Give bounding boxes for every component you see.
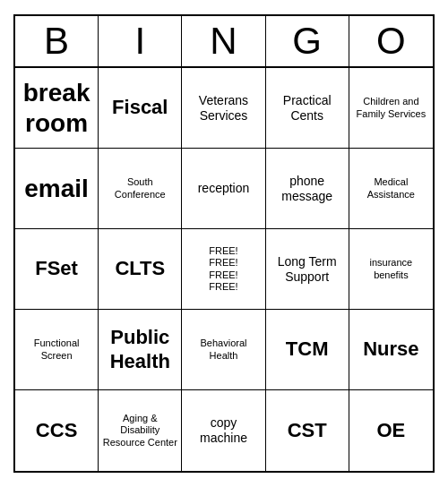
bingo-cell: OE [349,390,433,471]
cell-text: CST [288,419,327,442]
bingo-grid: break roomFiscalVeterans ServicesPractic… [15,68,433,471]
bingo-cell: phone message [266,149,349,229]
bingo-cell: Public Health [99,310,182,390]
cell-text: Veterans Services [185,93,261,124]
cell-text: TCM [286,337,329,361]
bingo-cell: Veterans Services [182,68,265,149]
cell-text: insurance benefits [353,257,429,280]
bingo-cell: TCM [266,310,349,390]
bingo-cell: South Conference [99,149,182,229]
cell-text: email [24,174,89,204]
bingo-cell: Fiscal [99,68,182,149]
bingo-cell: Functional Screen [15,310,99,390]
cell-text: CLTS [115,257,165,280]
bingo-cell: Medical Assistance [349,149,433,229]
header-letter: N [182,16,265,66]
cell-text: Nurse [363,337,418,361]
bingo-cell: reception [182,149,265,229]
bingo-card: BINGO break roomFiscalVeterans ServicesP… [13,14,435,473]
header-letter: B [15,16,99,66]
cell-text: break room [19,78,94,138]
cell-text: Functional Screen [19,337,94,361]
bingo-cell: copy machine [182,390,265,471]
cell-text: Children and Family Services [353,96,429,119]
bingo-cell: Aging & Disability Resource Center [99,390,182,471]
cell-text: South Conference [102,176,177,200]
cell-text: phone message [270,174,345,204]
cell-text: FREE! FREE! FREE! FREE! [209,245,237,293]
bingo-cell: Nurse [349,310,433,390]
cell-text: Behavioral Health [185,337,261,361]
cell-text: Practical Cents [270,93,345,124]
header-letter: G [266,16,349,66]
cell-text: Public Health [102,326,177,373]
cell-text: Aging & Disability Resource Center [102,413,177,449]
bingo-cell: Children and Family Services [349,68,433,149]
cell-text: Medical Assistance [353,176,429,200]
cell-text: Fiscal [112,96,168,119]
bingo-cell: Behavioral Health [182,310,265,390]
bingo-cell: email [15,149,99,229]
header-letter: I [99,16,182,66]
bingo-cell: Long Term Support [266,229,349,310]
bingo-header: BINGO [15,16,433,68]
bingo-cell: FSet [15,229,99,310]
cell-text: CCS [36,419,77,442]
bingo-cell: insurance benefits [349,229,433,310]
bingo-cell: CLTS [99,229,182,310]
cell-text: OE [376,419,405,442]
cell-text: FSet [35,257,78,280]
cell-text: reception [198,181,250,196]
bingo-cell: CCS [15,390,99,471]
cell-text: copy machine [185,415,261,446]
bingo-cell: break room [15,68,99,149]
bingo-cell: CST [266,390,349,471]
bingo-cell: Practical Cents [266,68,349,149]
cell-text: Long Term Support [270,254,345,285]
header-letter: O [349,16,433,66]
bingo-cell: FREE! FREE! FREE! FREE! [182,229,265,310]
